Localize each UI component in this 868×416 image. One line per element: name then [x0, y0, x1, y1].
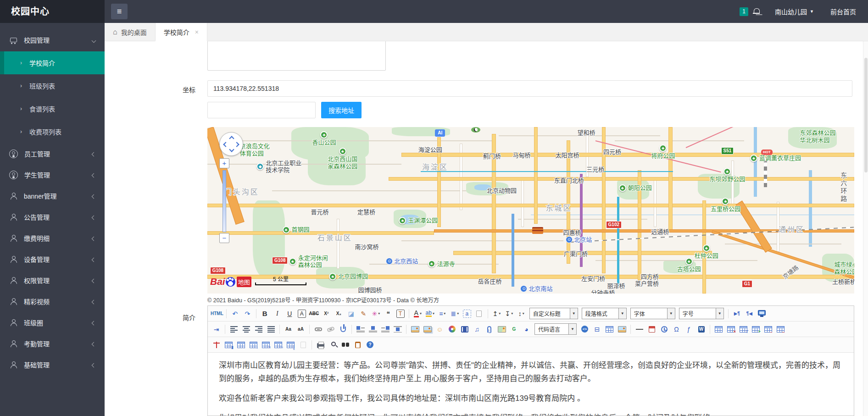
- template-button[interactable]: [473, 308, 485, 319]
- first-line-indent-button[interactable]: ⇥: [211, 323, 222, 335]
- page-break-button[interactable]: ⊟: [591, 323, 603, 335]
- table-row-ops-button[interactable]: [273, 339, 284, 350]
- highlight-color-button[interactable]: ab▾: [424, 308, 436, 319]
- subscript-button[interactable]: X₂: [333, 308, 345, 319]
- insert-video-button[interactable]: [459, 323, 470, 335]
- hamburger-menu-button[interactable]: ≡: [111, 4, 128, 19]
- remove-format-button[interactable]: ◪: [345, 308, 357, 319]
- font-color-button[interactable]: A▾: [412, 308, 423, 319]
- split-cells-button[interactable]: [775, 323, 786, 335]
- paragraph-space-bottom-button[interactable]: ↧▾: [503, 308, 515, 319]
- content-scrollbar[interactable]: [863, 41, 868, 416]
- align-justify-button[interactable]: [265, 323, 277, 335]
- scrollbar-thumb[interactable]: [864, 58, 868, 172]
- print-button[interactable]: [315, 339, 326, 350]
- graffiti-button[interactable]: [446, 323, 458, 335]
- sidebar-item-考勤管理[interactable]: 考勤管理: [0, 333, 105, 354]
- font-border-button[interactable]: A: [298, 310, 306, 318]
- paragraph-space-top-button[interactable]: ↥▾: [491, 308, 502, 319]
- split-cell-button[interactable]: [211, 339, 222, 350]
- insert-row-below-button[interactable]: [248, 339, 259, 350]
- close-icon[interactable]: ×: [195, 28, 199, 36]
- doc-disabled-button[interactable]: [297, 339, 309, 350]
- sidebar-item-基础管理[interactable]: 基础管理: [0, 354, 105, 375]
- search-address-button[interactable]: 搜索地址: [321, 102, 362, 118]
- sidebar-item-公告管理[interactable]: 公告管理: [0, 206, 105, 227]
- emoji-button[interactable]: ☺: [434, 323, 445, 335]
- ordered-list-button[interactable]: ≡▾: [437, 308, 448, 319]
- cell-properties-button[interactable]: [750, 323, 762, 335]
- address-textarea-partial[interactable]: [207, 41, 386, 71]
- blockquote-button[interactable]: ❝: [383, 308, 394, 319]
- insert-hr-button[interactable]: [634, 323, 645, 335]
- tab-我的桌面[interactable]: ⌂我的桌面: [105, 23, 155, 41]
- italic-button[interactable]: I: [272, 308, 283, 319]
- school-dropdown[interactable]: 南山幼儿园 ▼: [775, 7, 814, 16]
- to-uppercase-button[interactable]: Aa: [283, 323, 294, 335]
- font-family-select[interactable]: 字体▼: [630, 308, 675, 319]
- insert-music-button[interactable]: ♫: [471, 323, 483, 335]
- sidebar-subitem-收费项列表[interactable]: ›收费项列表: [0, 120, 105, 143]
- paste-button[interactable]: [352, 339, 363, 350]
- align-center-button[interactable]: [240, 323, 252, 335]
- google-map-button[interactable]: G: [508, 323, 520, 335]
- line-height-button[interactable]: ↕▾: [516, 308, 527, 319]
- unordered-list-button[interactable]: ≣▾: [449, 308, 461, 319]
- image-float-right-button[interactable]: [379, 323, 391, 335]
- undo-button[interactable]: ↶: [229, 308, 241, 319]
- pan-up-icon[interactable]: [229, 136, 234, 141]
- paragraph-format-select[interactable]: 段落格式▼: [582, 308, 627, 319]
- delete-table-button[interactable]: [725, 323, 737, 335]
- editor-content[interactable]: 深圳市南山区教育幼儿园主要经营：等产品。公司尊崇"踏实、拼搏、责任"的企业精神，…: [208, 353, 854, 416]
- redo-button[interactable]: ↷: [242, 308, 253, 319]
- pan-down-icon[interactable]: [229, 147, 234, 152]
- tab-学校简介[interactable]: 学校简介×: [155, 23, 207, 41]
- table-header-button[interactable]: [260, 339, 272, 350]
- pan-left-icon[interactable]: [223, 142, 228, 147]
- insert-baidu-map-button[interactable]: [496, 323, 507, 335]
- sidebar-subitem-班级列表[interactable]: ›班级列表: [0, 74, 105, 97]
- insert-column-right-button[interactable]: [235, 339, 247, 350]
- strikethrough-button[interactable]: ABC: [308, 308, 320, 319]
- table-column-ops-button[interactable]: [285, 339, 296, 350]
- sidebar-item-学生管理[interactable]: 学生管理: [0, 164, 105, 185]
- dir-rtl-button[interactable]: ¶◀: [744, 308, 755, 319]
- sidebar-item-员工管理[interactable]: 员工管理: [0, 143, 105, 164]
- image-inline-button[interactable]: [367, 323, 378, 335]
- superscript-button[interactable]: X²: [321, 308, 332, 319]
- baidu-map[interactable]: ♣香山公园♣京浪岛文化体育公园♣北京西山国家森林公园◆北京工业职业技术学院海淀公…: [207, 127, 854, 294]
- align-left-button[interactable]: [228, 323, 239, 335]
- zoom-slider[interactable]: [223, 170, 226, 232]
- sidebar-item-设备管理[interactable]: 设备管理: [0, 249, 105, 270]
- formula-button[interactable]: ƒ: [683, 323, 695, 335]
- frontend-home-link[interactable]: 前台首页: [830, 7, 856, 16]
- table-properties-button[interactable]: [738, 323, 749, 335]
- image-float-left-button[interactable]: [355, 323, 366, 335]
- format-brush-button[interactable]: ✎: [358, 308, 369, 319]
- insert-table-button[interactable]: [713, 323, 724, 335]
- import-word-button[interactable]: W: [696, 323, 707, 335]
- insert-images-button[interactable]: [422, 323, 433, 335]
- source-code-button[interactable]: HTML: [211, 308, 223, 319]
- code-language-select[interactable]: 代码语言▼: [534, 323, 577, 335]
- help-button[interactable]: ?: [364, 339, 376, 350]
- coord-input[interactable]: 113.934178,22.551318: [207, 80, 852, 97]
- table-full-width-button[interactable]: [223, 339, 234, 350]
- insert-code-button[interactable]: <>: [579, 323, 590, 335]
- image-block-button[interactable]: [392, 323, 403, 335]
- map-marker-button[interactable]: ◕: [521, 323, 532, 335]
- sidebar-item-班级圈[interactable]: 班级圈: [0, 312, 105, 333]
- underline-button[interactable]: U: [284, 308, 295, 319]
- screenshot-button[interactable]: [616, 323, 628, 335]
- merge-cells-button[interactable]: [762, 323, 774, 335]
- address-search-input[interactable]: [207, 102, 316, 118]
- bold-button[interactable]: B: [259, 308, 271, 319]
- auto-typeset-button[interactable]: ✳▾: [370, 308, 382, 319]
- map-pan-control[interactable]: [219, 132, 243, 156]
- sidebar-subitem-学校简介[interactable]: ›学校简介: [0, 51, 105, 74]
- to-lowercase-button[interactable]: aA: [295, 323, 306, 335]
- pan-right-icon[interactable]: [234, 142, 239, 147]
- inline-code-button[interactable]: a: [463, 310, 471, 318]
- insert-date-button[interactable]: [646, 323, 657, 335]
- sidebar-item-精彩视频[interactable]: 精彩视频: [0, 291, 105, 312]
